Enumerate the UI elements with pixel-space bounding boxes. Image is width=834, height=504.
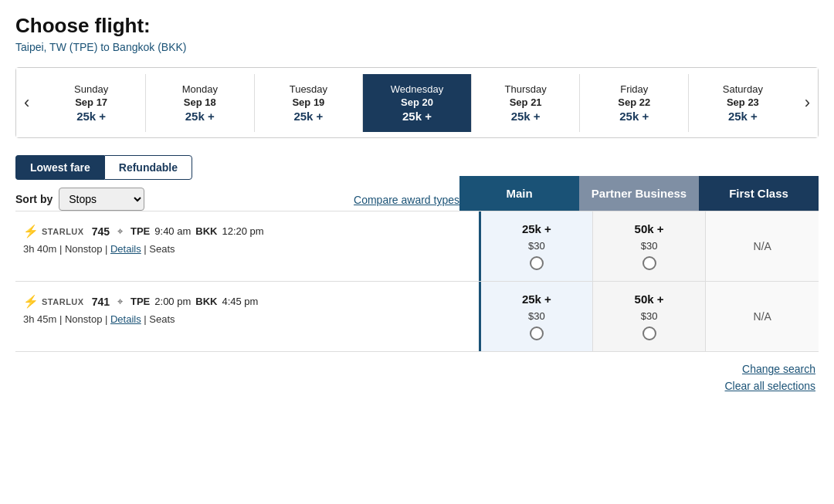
day-date: Sep 22 [586, 96, 682, 108]
flight-number: 745 [92, 225, 110, 238]
route-subtitle: Taipei, TW (TPE) to Bangkok (BKK) [15, 41, 819, 53]
day-price: 25k + [369, 110, 465, 123]
date-selector: ‹ Sunday Sep 17 25k + Monday Sep 18 25k … [15, 67, 819, 138]
fare-toggle: Lowest fareRefundable [15, 155, 459, 180]
date-tab-4[interactable]: Thursday Sep 21 25k + [472, 74, 581, 132]
day-name: Saturday [695, 83, 791, 95]
fare-sub: $30 [641, 310, 658, 322]
fare-price: 25k + [522, 293, 551, 306]
fare-price: 50k + [635, 222, 664, 235]
col-header-partner[interactable]: Partner Business [579, 176, 699, 211]
date-tab-6[interactable]: Saturday Sep 23 25k + [689, 74, 797, 132]
fare-cell-partner: 50k + $30 [592, 211, 706, 281]
flight-info-0: ⚡ STARLUX 745 ⌖ TPE 9:40 am BKK 12:20 pm… [15, 211, 479, 281]
fare-radio[interactable] [642, 326, 656, 340]
day-name: Sunday [43, 83, 139, 95]
left-controls: Lowest fareRefundable Sort by Stops Pric… [15, 155, 459, 211]
seats-label: Seats [149, 313, 175, 325]
fare-cell-main: 25k + $30 [479, 211, 592, 281]
fare-radio[interactable] [642, 256, 656, 270]
day-date: Sep 18 [152, 96, 248, 108]
day-price: 25k + [152, 110, 248, 123]
fare-cell-first: N/A [705, 282, 819, 351]
flight-section: ⚡ STARLUX 745 ⌖ TPE 9:40 am BKK 12:20 pm… [15, 211, 819, 352]
fare-na: N/A [754, 310, 771, 323]
airline-name: STARLUX [42, 227, 84, 236]
dep-airport: TPE [131, 296, 150, 307]
details-link[interactable]: Details [110, 243, 141, 255]
route-info: TPE 2:00 pm BKK 4:45 pm [131, 296, 258, 307]
airline-logo: ⚡ STARLUX [23, 294, 84, 309]
date-tab-3[interactable]: Wednesday Sep 20 25k + [363, 74, 472, 132]
airline-icon: ⚡ [23, 224, 39, 238]
table-row: ⚡ STARLUX 745 ⌖ TPE 9:40 am BKK 12:20 pm… [15, 211, 819, 281]
page-container: Choose flight: Taipei, TW (TPE) to Bangk… [0, 0, 834, 408]
fare-sub: $30 [641, 240, 658, 252]
dep-time: 9:40 am [154, 225, 191, 237]
sort-label: Sort by [15, 193, 53, 205]
airline-icon: ⚡ [23, 294, 39, 309]
flight-info-1: ⚡ STARLUX 741 ⌖ TPE 2:00 pm BKK 4:45 pm … [15, 282, 479, 351]
fare-sub: $30 [528, 310, 545, 322]
sort-select[interactable]: Stops Price Duration [59, 188, 144, 211]
wifi-icon: ⌖ [117, 296, 123, 308]
day-date: Sep 23 [695, 96, 791, 108]
day-date: Sep 19 [261, 96, 357, 108]
next-date-button[interactable]: › [797, 68, 818, 137]
dep-time: 2:00 pm [154, 296, 191, 307]
fare-cell-main: 25k + $30 [479, 282, 592, 351]
sort-row: Sort by Stops Price Duration Compare awa… [15, 188, 459, 211]
date-tab-5[interactable]: Friday Sep 22 25k + [580, 74, 689, 132]
fare-price: 50k + [635, 293, 664, 306]
day-date: Sep 21 [478, 96, 574, 108]
fare-price: 25k + [522, 222, 551, 235]
col-header-first[interactable]: First Class [699, 176, 819, 211]
day-price: 25k + [478, 110, 574, 123]
date-tab-1[interactable]: Monday Sep 18 25k + [146, 74, 255, 132]
compare-link[interactable]: Compare award types [354, 194, 459, 211]
fare-cell-partner: 50k + $30 [592, 282, 706, 351]
flight-line2: 3h 40m | Nonstop | Details | Seats [23, 243, 471, 255]
flight-line1: ⚡ STARLUX 741 ⌖ TPE 2:00 pm BKK 4:45 pm [23, 294, 471, 309]
day-name: Tuesday [261, 83, 357, 95]
col-header-main[interactable]: Main [459, 176, 579, 211]
fare-sub: $30 [528, 240, 545, 252]
details-link[interactable]: Details [110, 313, 141, 325]
day-name: Friday [586, 83, 682, 95]
flight-line2: 3h 45m | Nonstop | Details | Seats [23, 313, 471, 325]
fare-na: N/A [754, 240, 771, 252]
airline-name: STARLUX [42, 297, 84, 306]
arr-time: 12:20 pm [222, 225, 263, 237]
date-tab-2[interactable]: Tuesday Sep 19 25k + [255, 74, 364, 132]
day-name: Wednesday [369, 83, 465, 95]
fare-btn-1[interactable]: Refundable [104, 155, 192, 180]
date-tab-0[interactable]: Sunday Sep 17 25k + [37, 74, 146, 132]
arr-airport: BKK [195, 296, 217, 307]
flight-line1: ⚡ STARLUX 745 ⌖ TPE 9:40 am BKK 12:20 pm [23, 224, 471, 238]
fare-radio[interactable] [530, 256, 544, 270]
day-price: 25k + [695, 110, 791, 123]
prev-date-button[interactable]: ‹ [16, 68, 37, 137]
day-date: Sep 17 [43, 96, 139, 108]
table-row: ⚡ STARLUX 741 ⌖ TPE 2:00 pm BKK 4:45 pm … [15, 281, 819, 352]
route-info: TPE 9:40 am BKK 12:20 pm [131, 225, 264, 237]
fare-cell-first: N/A [705, 211, 819, 281]
day-price: 25k + [261, 110, 357, 123]
seats-label: Seats [149, 243, 175, 255]
arr-airport: BKK [195, 225, 217, 237]
change-search-link[interactable]: Change search [742, 363, 815, 375]
clear-all-link[interactable]: Clear all selections [725, 380, 816, 392]
date-tabs-container: Sunday Sep 17 25k + Monday Sep 18 25k + … [37, 74, 796, 132]
day-price: 25k + [43, 110, 139, 123]
day-price: 25k + [586, 110, 682, 123]
arr-time: 4:45 pm [222, 296, 258, 307]
day-name: Monday [152, 83, 248, 95]
fare-btn-0[interactable]: Lowest fare [15, 155, 104, 180]
flight-number: 741 [92, 296, 110, 308]
fare-radio[interactable] [530, 326, 544, 340]
day-date: Sep 20 [369, 96, 465, 108]
page-title: Choose flight: [15, 14, 819, 38]
column-headers: MainPartner BusinessFirst Class [459, 176, 819, 211]
dep-airport: TPE [131, 225, 150, 237]
airline-logo: ⚡ STARLUX [23, 224, 84, 238]
